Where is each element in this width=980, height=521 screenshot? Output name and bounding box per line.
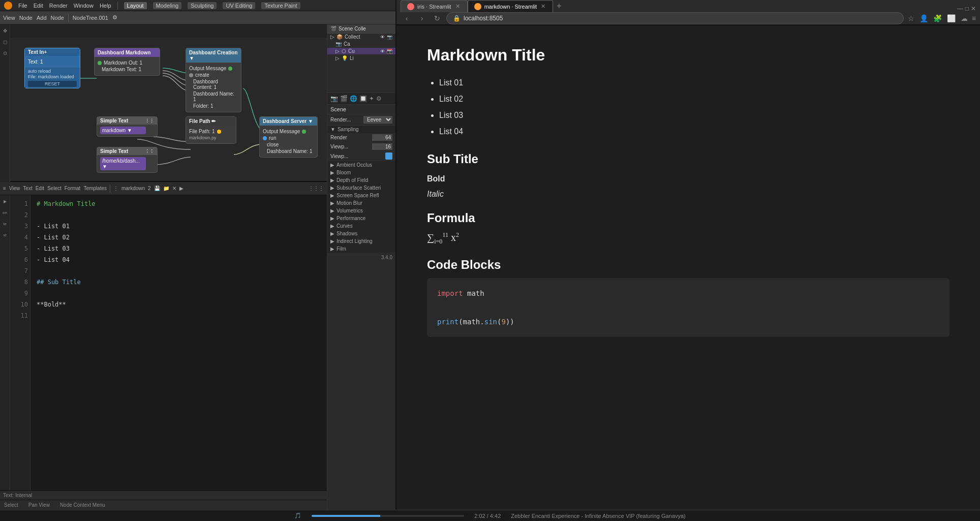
browser-tab-markdown[interactable]: markdown · Streamlit ✕ <box>468 0 553 12</box>
depth-of-field-section[interactable]: ▶ Depth of Field <box>327 176 395 184</box>
bloom-section[interactable]: ▶ Bloom <box>327 169 395 176</box>
hamburger-menu[interactable]: ≡ <box>972 14 976 22</box>
layout-tab-texture[interactable]: Texture Paint <box>261 2 300 9</box>
tab-close-markdown[interactable]: ✕ <box>540 3 546 10</box>
text-in-node[interactable]: Text In+ Text: 1 auto reload File: markd… <box>24 48 80 88</box>
render-engine-select[interactable]: Eevee Cycles <box>363 116 392 124</box>
sep2 <box>68 14 69 22</box>
indirect-lighting-section[interactable]: ▶ Indirect Lighting <box>327 237 395 245</box>
sampling-section[interactable]: ▼ Sampling <box>327 126 395 133</box>
st-code-block: import math print(math.sin(9)) <box>427 278 950 337</box>
viewport-samples-input[interactable] <box>372 143 392 150</box>
url-bar[interactable]: 🔒 localhost:8505 <box>446 12 904 24</box>
apps-icon[interactable]: ⬜ <box>946 13 957 23</box>
browser-tab-iris[interactable]: iris · Streamlit ✕ <box>401 0 468 12</box>
code-area[interactable]: # Markdown Title - List 01 - List 02 - L… <box>30 195 327 491</box>
minimize-btn[interactable]: — <box>957 5 963 12</box>
outline-item-ca[interactable]: 📷 Ca <box>327 41 395 48</box>
outline-item-li[interactable]: ▷ 💡 Li <box>327 55 395 62</box>
te-edit[interactable]: Edit <box>36 186 44 191</box>
new-tab-button[interactable]: + <box>553 0 565 12</box>
screen-space-section[interactable]: ▶ Screen Space Refl <box>327 192 395 199</box>
performance-section[interactable]: ▶ Performance <box>327 214 395 222</box>
te-folder-icon[interactable]: 📁 <box>163 186 169 191</box>
file-path-node[interactable]: File Path ✏ File Path: 1 markdown.py <box>186 116 236 144</box>
curves-section[interactable]: ▶ Curves <box>327 222 395 230</box>
dashboard-server-node[interactable]: Dashboard Server ▼ Output Message run cl… <box>259 116 318 158</box>
layout-tab-modeling[interactable]: Modeling <box>153 2 182 9</box>
te-play-icon[interactable]: ▶ <box>179 186 183 191</box>
props-icon-object[interactable]: 🔲 <box>359 95 367 102</box>
dot <box>217 130 221 134</box>
motion-blur-section[interactable]: ▶ Motion Blur <box>327 199 395 207</box>
reset-button[interactable]: RESET <box>28 81 77 87</box>
ambient-occlusion-section[interactable]: ▶ Ambient Occlus <box>327 161 395 169</box>
extensions-icon[interactable]: 🧩 <box>932 13 943 23</box>
props-icon-camera[interactable]: 📷 <box>330 95 338 102</box>
render-samples-input[interactable] <box>372 134 392 141</box>
layout-tab-layout[interactable]: Layout <box>124 2 147 9</box>
toolbar-extras[interactable]: ⚙ <box>112 14 117 21</box>
lasso-icon[interactable]: ⊙ <box>1 49 9 57</box>
maximize-btn[interactable]: □ <box>965 5 969 12</box>
forward-button[interactable]: › <box>416 12 428 24</box>
dashboard-creation-node[interactable]: Dashboard Creation ▼ Output Message crea… <box>186 48 241 112</box>
scene-outline-panel: 🎬 Scene Colle ▷ 📦 Collect 👁 📷 📷 Ca ▷ ⬡ C… <box>327 24 395 93</box>
simple-text-input-2[interactable]: /home/kb/dash... ▼ <box>100 157 146 170</box>
menu-item-render[interactable]: Render <box>49 3 68 9</box>
layout-tab-sculpting[interactable]: Sculpting <box>188 2 217 9</box>
bookmark-icon[interactable]: ☆ <box>907 13 915 23</box>
simple-text-node-1[interactable]: Simple Text ⋮⋮ markdown ▼ <box>97 116 158 137</box>
visibility-icon2[interactable]: 👁 <box>380 49 385 54</box>
te-select[interactable]: Select <box>47 186 62 191</box>
menu-item-help[interactable]: Help <box>100 3 111 9</box>
volumetrics-section[interactable]: ▶ Volumetrics <box>327 207 395 214</box>
menu-item-window[interactable]: Window <box>74 3 94 9</box>
toolbar-node2[interactable]: Node <box>51 15 64 21</box>
te-view[interactable]: View <box>9 186 20 191</box>
menu-item-edit[interactable]: Edit <box>34 3 43 9</box>
te-side-1[interactable]: ▶ <box>1 197 9 205</box>
layout-tab-uv[interactable]: UV Editing <box>223 2 255 9</box>
back-button[interactable]: ‹ <box>401 12 413 24</box>
render-icon[interactable]: 📷 <box>387 35 392 40</box>
te-text[interactable]: Text <box>23 186 32 191</box>
props-icon-world[interactable]: 🌐 <box>350 95 357 102</box>
te-side-3[interactable]: te <box>1 220 9 228</box>
subsurface-section[interactable]: ▶ Subsurface Scatteri <box>327 184 395 192</box>
menu-item-file[interactable]: File <box>18 3 27 9</box>
props-icon-particles[interactable]: ✦ <box>369 95 374 102</box>
close-btn[interactable]: ✕ <box>971 5 976 12</box>
move-icon[interactable]: ✥ <box>1 26 9 35</box>
reload-button[interactable]: ↻ <box>431 12 443 24</box>
film-section[interactable]: ▶ Film <box>327 245 395 253</box>
toolbar-add[interactable]: Add <box>37 15 47 21</box>
tab-close-iris[interactable]: ✕ <box>454 3 461 10</box>
sync-icon[interactable]: ☁ <box>960 13 969 23</box>
outline-item-cu[interactable]: ▷ ⬡ Cu 👁 📷 <box>327 48 395 55</box>
node-canvas[interactable]: Text In+ Text: 1 auto reload File: markd… <box>0 38 327 181</box>
simple-text-node-2[interactable]: Simple Text ⋮⋮ /home/kb/dash... ▼ <box>97 147 158 173</box>
progress-bar[interactable] <box>312 515 464 517</box>
profile-icon[interactable]: 👤 <box>918 13 929 23</box>
shadows-section[interactable]: ▶ Shadows <box>327 230 395 237</box>
render-icon2[interactable]: 📷 <box>387 49 392 54</box>
props-icon-physics[interactable]: ⚙ <box>376 95 382 102</box>
te-close-icon[interactable]: ✕ <box>172 186 176 191</box>
te-save-icon[interactable]: 💾 <box>154 186 160 191</box>
te-templates[interactable]: Templates <box>83 186 107 191</box>
toolbar-node[interactable]: Node <box>19 15 33 21</box>
simple-text-input[interactable]: markdown ▼ <box>100 127 146 134</box>
te-side-2[interactable]: on <box>1 208 9 217</box>
select-icon[interactable]: ◻ <box>1 38 9 46</box>
outline-item-collect[interactable]: ▷ 📦 Collect 👁 📷 <box>327 34 395 41</box>
viewport-denoise-btn[interactable] <box>385 152 392 160</box>
te-format[interactable]: Format <box>65 186 81 191</box>
props-icon-scene[interactable]: 🎬 <box>340 95 348 102</box>
text-editor-content[interactable]: ▶ on te xt 1 2 3 4 5 6 7 8 9 10 11 <box>0 195 327 491</box>
toolbar-view[interactable]: View <box>3 15 15 21</box>
te-side-4[interactable]: xt <box>1 231 9 239</box>
visibility-icon[interactable]: 👁 <box>380 35 385 40</box>
dashboard-markdown-node[interactable]: Dashboard Markdown Markdown Out: 1 Markd… <box>94 48 160 76</box>
workspace-name[interactable]: NodeTree.001 <box>73 15 108 21</box>
